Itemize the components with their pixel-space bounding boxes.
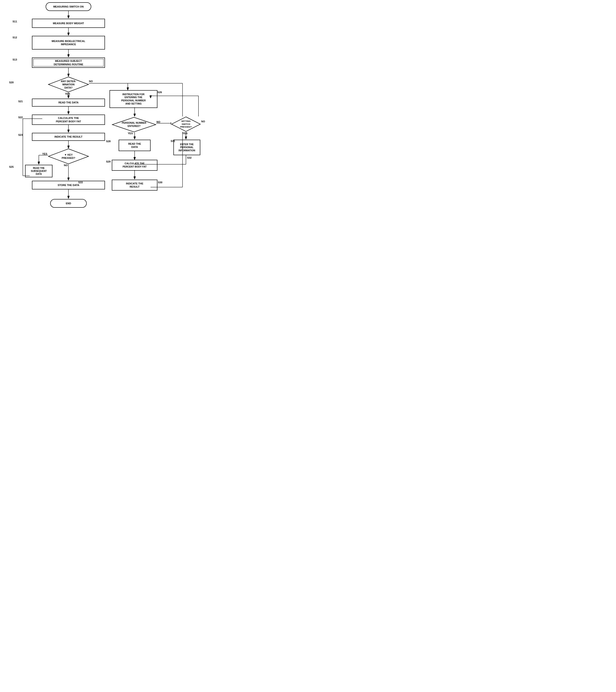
s30-label: INDICATE THE RESULT [126, 182, 143, 189]
s27-yes-label: YES [128, 132, 133, 135]
step-s25: S25 [9, 166, 14, 168]
s27-label: PERSONAL NUMBER ENTERED? [122, 122, 146, 128]
step-s21: S21 [18, 100, 23, 103]
end-node: END [50, 199, 87, 208]
s21-label: READ THE DATA [59, 101, 79, 104]
s13-node: MEASURED SUBJECT DETERMINING ROUTINE [32, 58, 105, 68]
start-label: MEASURING SWITCH ON [53, 5, 84, 8]
step-s13: S13 [13, 58, 17, 61]
setting-switch-label: SETTING SWITCH PRESSED? [180, 120, 192, 128]
s26-label: INSTRUCTION FOR ENTERING THE PERSONAL NU… [121, 93, 146, 105]
s31-node: ENTER THE PERSONAL INFORMATION [173, 140, 200, 155]
s22-label: CALCULATE THE PERCENT BODY FAT [56, 116, 81, 123]
s24-yes-label: YES [42, 152, 47, 155]
step-s32: S32 [187, 156, 192, 159]
s29-node: CALCULATE THE PERCENT BODY FAT [112, 160, 157, 171]
s27-no-label: NO [156, 121, 160, 123]
start-node: MEASURING SWITCH ON [46, 2, 91, 11]
s23-node: INDICATE THE RESULT [32, 133, 105, 141]
s20-label: ANY DETER- MINATION DATA? [61, 80, 76, 89]
s12-label: MEASURE BIOELECTRICAL IMPEDANCE [51, 40, 85, 46]
step-s30: S30 [158, 181, 162, 184]
s22-node: CALCULATE THE PERCENT BODY FAT [32, 114, 105, 125]
s31-label: ENTER THE PERSONAL INFORMATION [178, 143, 195, 152]
setting-yes-label: YES [182, 132, 188, 135]
end-label: END [66, 202, 71, 205]
setting-switch-node: SETTING SWITCH PRESSED? [171, 116, 201, 132]
flowchart: MEASURING SWITCH ON S11 MEASURE BODY WEI… [0, 0, 205, 231]
s24-node: ▼ KEY PRESSED? [48, 148, 89, 164]
s21-node: READ THE DATA [32, 99, 105, 107]
step-s28: S28 [106, 140, 111, 143]
s28-label: READ THE DATA [128, 142, 141, 149]
step-s12: S12 [13, 36, 17, 39]
s20-yes-label: YES [65, 92, 70, 95]
s24-no-label: NO [64, 164, 68, 167]
s24-label: ▼ KEY PRESSED? [62, 153, 75, 160]
s20-no-label: NO [89, 80, 93, 83]
s28-node: READ THE DATA [119, 140, 151, 151]
setting-no-label: NO [201, 120, 205, 123]
s27-node: PERSONAL NUMBER ENTERED? [112, 117, 156, 132]
step-s26: S26 [157, 91, 162, 93]
s11-label: MEASURE BODY WEIGHT [53, 22, 84, 25]
step-s20: S20 [9, 81, 14, 84]
s29-label: CALCULATE THE PERCENT BODY FAT [123, 162, 147, 168]
step-s23: S23 [18, 133, 23, 136]
s33-node: STORE THE DATA [32, 181, 105, 190]
s33-label: STORE THE DATA [58, 183, 80, 187]
step-s29: S29 [106, 160, 111, 163]
s26-node: INSTRUCTION FOR ENTERING THE PERSONAL NU… [110, 90, 157, 108]
s25-label: READ THE SUBSEQUENT DATA [31, 167, 47, 175]
s11-node: MEASURE BODY WEIGHT [32, 19, 105, 28]
step-s11: S11 [13, 20, 17, 23]
s13-label: MEASURED SUBJECT DETERMINING ROUTINE [53, 59, 83, 66]
s23-label: INDICATE THE RESULT [54, 135, 82, 138]
s25-node: READ THE SUBSEQUENT DATA [25, 165, 52, 177]
s30-node: INDICATE THE RESULT [112, 180, 157, 191]
s20-node: ANY DETER- MINATION DATA? [48, 77, 89, 92]
step-s22: S22 [18, 116, 23, 119]
s12-node: MEASURE BIOELECTRICAL IMPEDANCE [32, 36, 105, 49]
